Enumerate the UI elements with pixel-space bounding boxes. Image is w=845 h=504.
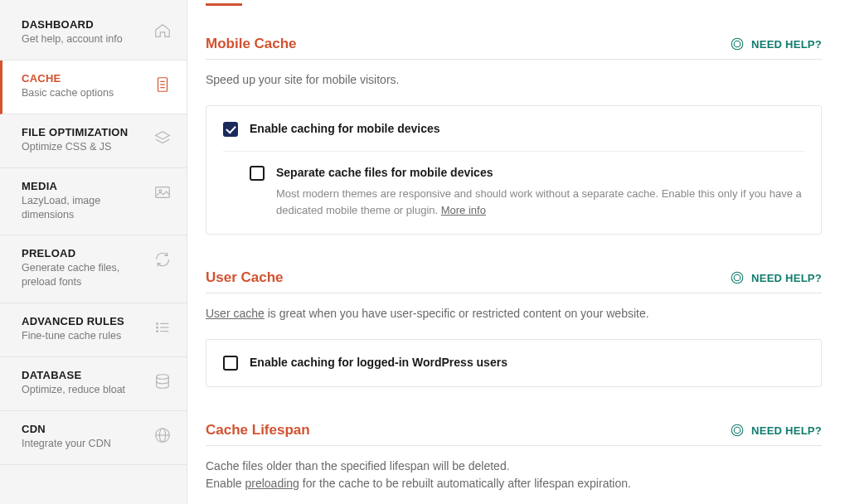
- section-title: Mobile Cache: [206, 36, 297, 52]
- home-icon: [153, 22, 172, 40]
- sidebar-item-preload[interactable]: PRELOAD Generate cache files, preload fo…: [0, 235, 187, 303]
- sidebar-title: MEDIA: [22, 180, 153, 192]
- help-icon: [730, 36, 745, 51]
- need-help-text: NEED HELP?: [751, 272, 822, 284]
- svg-point-19: [734, 275, 741, 282]
- checkbox-enable-logged-in-cache[interactable]: [223, 356, 238, 371]
- sidebar-title: PRELOAD: [22, 247, 153, 259]
- list-icon: [153, 318, 172, 337]
- option-desc: Most modern themes are responsive and sh…: [276, 186, 804, 219]
- svg-point-10: [157, 331, 158, 332]
- sidebar-sub: Optimize, reduce bloat: [22, 383, 153, 397]
- sidebar-sub: Generate cache files, preload fonts: [22, 261, 153, 289]
- sidebar-item-cdn[interactable]: CDN Integrate your CDN: [0, 411, 187, 465]
- checkbox-separate-mobile-cache[interactable]: [250, 166, 265, 181]
- section-desc: Cache files older than the specified lif…: [206, 458, 822, 492]
- help-icon: [730, 423, 745, 438]
- section-title: User Cache: [206, 269, 284, 286]
- refresh-icon: [153, 250, 172, 269]
- svg-point-18: [731, 273, 743, 284]
- more-info-link[interactable]: More info: [441, 204, 486, 216]
- sidebar-sub: Integrate your CDN: [22, 437, 153, 451]
- sidebar-item-advanced-rules[interactable]: ADVANCED RULES Fine-tune cache rules: [0, 303, 187, 357]
- svg-point-20: [731, 424, 743, 436]
- preloading-link[interactable]: preloading: [245, 477, 299, 490]
- sidebar-title: ADVANCED RULES: [22, 315, 153, 327]
- sidebar-sub: Optimize CSS & JS: [22, 140, 153, 154]
- svg-point-17: [734, 41, 741, 47]
- sidebar-item-database[interactable]: DATABASE Optimize, reduce bloat: [0, 357, 187, 411]
- user-cache-link[interactable]: User cache: [206, 307, 265, 320]
- sidebar-item-media[interactable]: MEDIA LazyLoad, image dimensions: [0, 168, 187, 236]
- need-help-link[interactable]: NEED HELP?: [730, 423, 822, 438]
- svg-point-6: [157, 323, 158, 325]
- main-content: Mobile Cache NEED HELP? Speed up your si…: [187, 0, 845, 504]
- svg-point-16: [731, 38, 743, 50]
- section-cache-lifespan: Cache Lifespan NEED HELP? Cache files ol…: [206, 422, 822, 492]
- sidebar-title: CACHE: [22, 72, 153, 85]
- sidebar: DASHBOARD Get help, account info CACHE B…: [0, 0, 187, 504]
- sidebar-title: DASHBOARD: [22, 18, 153, 31]
- sidebar-sub: Fine-tune cache rules: [22, 329, 153, 343]
- section-mobile-cache: Mobile Cache NEED HELP? Speed up your si…: [206, 36, 822, 235]
- need-help-link[interactable]: NEED HELP?: [730, 36, 822, 51]
- help-icon: [730, 270, 745, 285]
- option-box: Enable caching for logged-in WordPress u…: [206, 339, 822, 387]
- sidebar-title: CDN: [22, 423, 153, 435]
- svg-point-12: [157, 375, 169, 380]
- need-help-text: NEED HELP?: [751, 424, 822, 437]
- svg-point-5: [159, 189, 162, 191]
- option-label: Enable caching for mobile devices: [250, 121, 804, 138]
- layers-icon: [153, 129, 172, 148]
- section-desc: Speed up your site for mobile visitors.: [206, 71, 822, 89]
- database-icon: [153, 372, 172, 390]
- sidebar-sub: LazyLoad, image dimensions: [22, 194, 153, 222]
- sidebar-title: DATABASE: [22, 369, 153, 381]
- sidebar-item-file-optimization[interactable]: FILE OPTIMIZATION Optimize CSS & JS: [0, 114, 187, 168]
- section-user-cache: User Cache NEED HELP? User cache is grea…: [206, 269, 822, 387]
- need-help-text: NEED HELP?: [751, 38, 822, 51]
- checkbox-enable-mobile-cache[interactable]: [223, 122, 238, 137]
- section-title: Cache Lifespan: [206, 422, 310, 439]
- svg-point-8: [157, 327, 158, 328]
- sidebar-item-cache[interactable]: CACHE Basic cache options: [0, 61, 187, 114]
- section-desc: User cache is great when you have user-s…: [206, 305, 822, 322]
- svg-point-21: [734, 427, 741, 434]
- option-label: Enable caching for logged-in WordPress u…: [250, 355, 804, 371]
- document-icon: [153, 75, 172, 94]
- sidebar-title: FILE OPTIMIZATION: [22, 126, 153, 138]
- sidebar-sub: Basic cache options: [22, 86, 153, 100]
- sidebar-sub: Get help, account info: [22, 32, 153, 46]
- sidebar-item-dashboard[interactable]: DASHBOARD Get help, account info: [0, 7, 187, 61]
- option-box: Enable caching for mobile devices Separa…: [206, 105, 822, 235]
- globe-icon: [153, 426, 172, 444]
- option-label: Separate cache files for mobile devices: [276, 165, 804, 182]
- image-icon: [153, 183, 172, 201]
- accent-bar: [206, 3, 242, 6]
- need-help-link[interactable]: NEED HELP?: [730, 270, 822, 285]
